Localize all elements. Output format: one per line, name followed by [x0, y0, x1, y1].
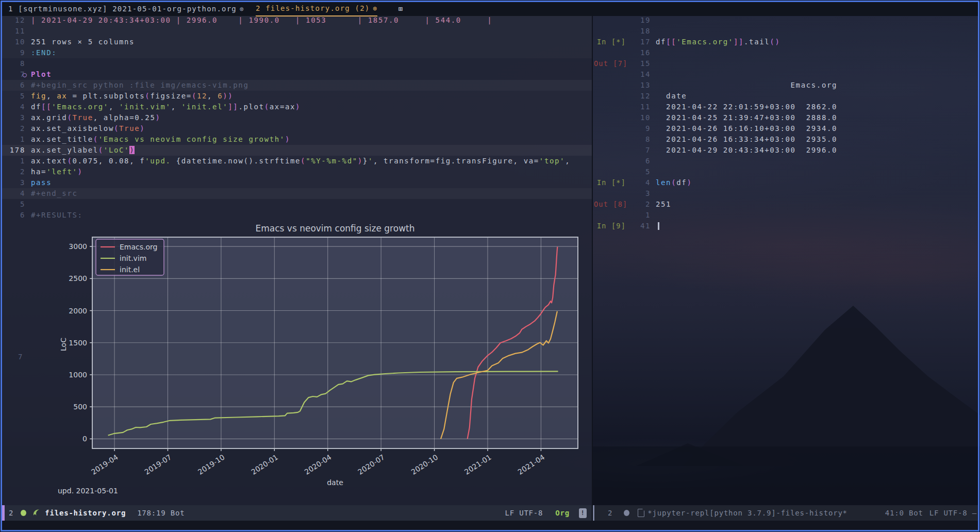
- repl-line[interactable]: 9 2021-04-26 16:16:10+03:00 2934.0: [593, 123, 978, 134]
- code-line[interactable]: 1ax.set_title('Emacs vs neovim config si…: [2, 134, 592, 145]
- repl-line[interactable]: 11 2021-04-22 22:01:59+03:00 2862.0: [593, 102, 978, 112]
- line-number: 5: [2, 91, 25, 102]
- modeline-org-buffer[interactable]: 2files-history.org178:19 BotLF UTF-8Org!: [2, 505, 592, 521]
- buffer-name[interactable]: *jupyter-repl[python 3.7.9]-files-histor…: [647, 509, 848, 517]
- legend-label: init.vim: [120, 254, 146, 262]
- code-line[interactable]: 7Plot○: [2, 69, 592, 80]
- line-number: 13: [627, 80, 651, 91]
- buffer-name[interactable]: files-history.org: [45, 509, 126, 517]
- y-tick-label: 1500: [69, 339, 87, 347]
- new-tab-button[interactable]: ⊞: [398, 5, 403, 13]
- modified-indicator-icon: [21, 510, 26, 516]
- code-line[interactable]: 9:END:: [2, 47, 592, 58]
- line-number: 5: [2, 199, 25, 210]
- text-cursor: [658, 222, 659, 230]
- modified-indicator-icon: [624, 510, 629, 516]
- repl-line[interactable]: 14: [593, 69, 978, 80]
- tab-close-icon[interactable]: ⊗: [373, 5, 377, 12]
- line-number: 12: [627, 91, 651, 102]
- window-number: 2: [608, 509, 612, 517]
- tab-label: 2 files-history.org (2): [256, 4, 370, 12]
- modeline-accent-bar: [593, 505, 594, 521]
- code-line[interactable]: 2ha='left'): [2, 167, 592, 177]
- emacs-frame: 1 [sqrtminusone.xyz] 2021-05-01-org-pyth…: [0, 0, 980, 532]
- code-line[interactable]: 8: [2, 58, 592, 69]
- line-number: 1: [627, 210, 651, 221]
- code-line[interactable]: 12| 2021-04-29 20:43:34+03:00 | 2996.0 |…: [2, 15, 592, 26]
- code-line[interactable]: 11: [2, 26, 592, 37]
- line-number: 3: [2, 177, 25, 188]
- repl-line[interactable]: In [*]17df[['Emacs.org']].tail(): [593, 37, 978, 47]
- code-line[interactable]: 5: [2, 199, 592, 210]
- repl-line[interactable]: 6: [593, 156, 978, 167]
- echo-area[interactable]: [2, 521, 978, 530]
- line-number: 7: [627, 145, 651, 156]
- repl-line[interactable]: 12 date: [593, 91, 978, 102]
- repl-line[interactable]: 8 2021-04-26 16:33:34+03:00 2935.0: [593, 134, 978, 145]
- line-number: 2: [627, 199, 651, 210]
- repl-line[interactable]: 1: [593, 210, 978, 221]
- code-line[interactable]: 3pass: [2, 177, 592, 188]
- repl-prompt-out: Out [7]: [594, 58, 626, 69]
- line-number: 15: [627, 58, 651, 69]
- repl-line[interactable]: 3: [593, 188, 978, 199]
- encoding-indicator[interactable]: LF UTF-8 –: [929, 509, 977, 517]
- line-number: 7: [2, 69, 25, 80]
- line-number: 41: [627, 221, 651, 231]
- repl-line[interactable]: 16: [593, 47, 978, 58]
- repl-line[interactable]: In [9]41: [593, 221, 978, 231]
- code-line[interactable]: 1ax.text(0.075, 0.08, f'upd. {datetime.n…: [2, 156, 592, 167]
- repl-line[interactable]: Out [8]2251: [593, 199, 978, 210]
- repl-line[interactable]: 10 2021-04-25 21:39:47+03:00 2888.0: [593, 112, 978, 123]
- line-number: 1: [2, 134, 25, 145]
- line-number: 2: [2, 167, 25, 177]
- repl-line[interactable]: In [*]4len(df): [593, 177, 978, 188]
- repl-prompt-in: In [*]: [594, 37, 626, 47]
- tab-close-icon[interactable]: ⊗: [240, 5, 244, 13]
- line-number: 4: [2, 102, 25, 112]
- repl-line[interactable]: 18: [593, 26, 978, 37]
- repl-line[interactable]: 7 2021-04-29 20:43:34+03:00 2996.0: [593, 145, 978, 156]
- y-axis-label: LoC: [59, 338, 68, 351]
- code-line[interactable]: 178ax.set_ylabel('LoC'): [2, 145, 592, 156]
- major-mode[interactable]: Org: [555, 509, 570, 517]
- buffer-icon: [638, 509, 644, 517]
- line-number: 8: [627, 134, 651, 145]
- line-number: 4: [2, 188, 25, 199]
- x-axis-label: date: [327, 478, 343, 487]
- repl-line[interactable]: Out [7]15: [593, 58, 978, 69]
- encoding-indicator[interactable]: LF UTF-8: [505, 509, 543, 517]
- line-number: 8: [2, 58, 25, 69]
- tab-1[interactable]: 1 [sqrtminusone.xyz] 2021-05-01-org-pyth…: [8, 2, 244, 16]
- line-number: 2: [2, 123, 25, 134]
- cursor-position: 178:19 Bot: [137, 509, 185, 517]
- repl-line[interactable]: 19: [593, 15, 978, 26]
- repl-line[interactable]: 5: [593, 167, 978, 177]
- tab-2[interactable]: 2 files-history.org (2)⊗: [256, 1, 378, 16]
- code-line[interactable]: 3ax.grid(True, alpha=0.25): [2, 112, 592, 123]
- code-line[interactable]: 6#+begin_src python :file img/emacs-vim.…: [2, 80, 592, 91]
- y-tick-label: 3000: [69, 242, 87, 251]
- line-number: 9: [627, 123, 651, 134]
- x-tick-label: 2020-01: [250, 453, 279, 476]
- window-divider[interactable]: [592, 16, 593, 505]
- repl-line[interactable]: 13 Emacs.org: [593, 80, 978, 91]
- code-line[interactable]: 5fig, ax = plt.subplots(figsize=(12, 6)): [2, 91, 592, 102]
- x-tick-label: 2020-07: [356, 453, 386, 476]
- modeline-jupyter-repl[interactable]: 2*jupyter-repl[python 3.7.9]-files-histo…: [593, 505, 978, 521]
- line-number: 3: [2, 112, 25, 123]
- line-number: 14: [627, 69, 651, 80]
- x-tick-label: 2021-04: [516, 453, 546, 476]
- line-number: 9: [2, 47, 25, 58]
- file-status-icon[interactable]: !: [579, 508, 587, 518]
- y-tick-label: 500: [73, 403, 87, 411]
- line-number: 12: [2, 15, 25, 26]
- code-line[interactable]: 4#+end_src: [2, 188, 592, 199]
- code-line[interactable]: 4df[['Emacs.org', 'init.vim', 'init.el']…: [2, 102, 592, 112]
- code-line[interactable]: 2ax.set_axisbelow(True): [2, 123, 592, 134]
- code-line[interactable]: 10251 rows × 5 columns: [2, 37, 592, 47]
- legend-label: init.el: [120, 265, 140, 274]
- x-tick-label: 2020-04: [303, 453, 333, 476]
- line-number: 11: [2, 26, 25, 37]
- line-number: 17: [627, 37, 651, 47]
